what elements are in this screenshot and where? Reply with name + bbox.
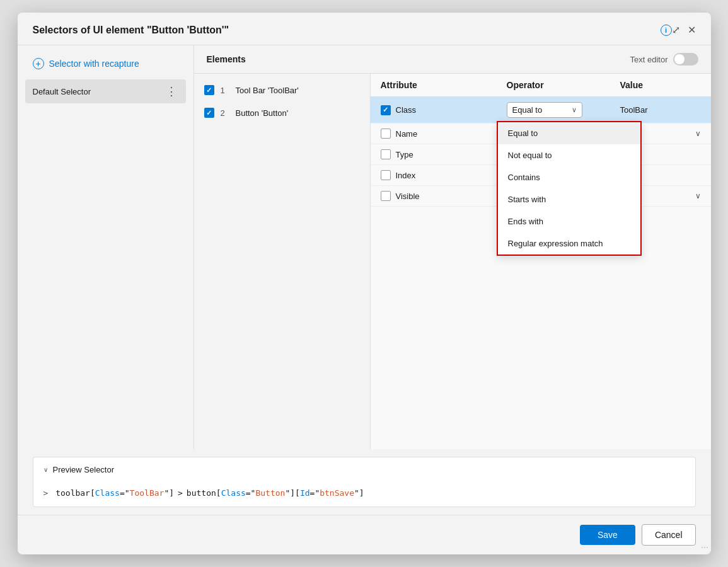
chevron-down-icon: ∨	[572, 106, 577, 114]
add-selector-label: Selector with recapture	[49, 59, 139, 69]
sidebar: + Selector with recapture Default Select…	[18, 45, 194, 449]
preview-bracket-1: [	[90, 488, 95, 498]
selector-more-icon[interactable]: ⋮	[165, 84, 178, 98]
preview-bracket-2: [	[216, 488, 221, 498]
chevron-down-icon: ∨	[43, 466, 48, 473]
attr-col-operator: Operator	[507, 80, 620, 90]
toggle-knob	[674, 54, 685, 64]
resize-handle[interactable]: ⋯	[701, 543, 708, 552]
attr-name-name: Name	[396, 129, 418, 139]
dialog-header: Selectors of UI element "Button 'Button'…	[18, 13, 711, 45]
elements-header: Elements Text editor	[194, 45, 711, 74]
dropdown-item-notequal[interactable]: Not equal to	[498, 144, 640, 166]
preview-tag-2: button	[187, 488, 216, 498]
preview-close-1: "]	[164, 488, 174, 498]
attr-table-header: Attribute Operator Value	[371, 74, 711, 97]
save-button[interactable]: Save	[580, 525, 635, 545]
attr-value-class-text: ToolBar	[620, 105, 648, 115]
attr-name-visible: Visible	[396, 192, 420, 201]
dialog-title: Selectors of UI element "Button 'Button'…	[33, 25, 656, 36]
dropdown-item-endswith[interactable]: Ends with	[498, 210, 640, 232]
element-row[interactable]: ✓ 1 Tool Bar 'ToolBar'	[194, 79, 370, 101]
elements-label: Elements	[207, 54, 246, 64]
preview-header[interactable]: ∨ Preview Selector	[33, 457, 695, 482]
check-icon: ✓	[206, 109, 212, 117]
check-icon: ✓	[206, 86, 212, 94]
preview-attr-value-3: btnSave	[320, 488, 354, 498]
preview-attr-name-3: Id	[300, 488, 310, 498]
attr-checkbox-visible[interactable]	[381, 191, 391, 201]
text-editor-toggle: Text editor	[630, 53, 698, 66]
element-row[interactable]: ✓ 2 Button 'Button'	[194, 101, 370, 124]
element-2-name: Button 'Button'	[236, 108, 289, 118]
main-content: Elements Text editor ✓ 1	[194, 45, 711, 449]
preview-selector-text: > toolbar [ Class =" ToolBar "] > button…	[43, 488, 685, 498]
preview-attr-name-1: Class	[95, 488, 120, 498]
selector-item[interactable]: Default Selector ⋮	[25, 79, 186, 103]
elements-list: ✓ 1 Tool Bar 'ToolBar' ✓ 2 Button 'Butto…	[194, 74, 371, 449]
preview-eq-2: ="	[246, 488, 256, 498]
preview-attr-value-2: Button	[255, 488, 285, 498]
dropdown-item-equal[interactable]: Equal to	[498, 122, 640, 144]
info-icon[interactable]: i	[661, 25, 672, 36]
attr-cell-visible: Visible	[381, 191, 507, 201]
element-1-name: Tool Bar 'ToolBar'	[236, 86, 299, 95]
preview-tag-1: toolbar	[55, 488, 90, 498]
preview-header-label: Preview Selector	[53, 465, 115, 474]
preview-attr-value-1: ToolBar	[130, 488, 165, 498]
expand-icon[interactable]: ⤢	[672, 24, 680, 36]
preview-eq-1: ="	[120, 488, 130, 498]
attr-col-attribute: Attribute	[381, 80, 507, 90]
dropdown-item-startswith[interactable]: Starts with	[498, 188, 640, 210]
attr-name-class: Class	[396, 105, 417, 115]
attr-name-index: Index	[396, 171, 416, 180]
preview-section: ∨ Preview Selector > toolbar [ Class =" …	[33, 457, 696, 507]
text-editor-switch[interactable]	[673, 53, 698, 66]
preview-arrow-1: >	[43, 488, 54, 498]
attr-col-value: Value	[620, 80, 701, 90]
dropdown-item-contains[interactable]: Contains	[498, 166, 640, 188]
text-editor-label: Text editor	[630, 55, 668, 64]
attr-checkbox-type[interactable]	[381, 149, 391, 159]
attr-name-type: Type	[396, 150, 413, 159]
attr-cell-type: Type	[381, 149, 507, 159]
preview-arrow-2: >	[178, 488, 183, 498]
close-icon[interactable]: ✕	[688, 24, 696, 36]
attr-cell-name: Name	[381, 129, 507, 139]
preview-content: > toolbar [ Class =" ToolBar "] > button…	[33, 482, 695, 507]
cancel-button[interactable]: Cancel	[642, 524, 696, 546]
preview-close-2: "][	[285, 488, 299, 498]
attr-checkbox-name[interactable]	[381, 129, 391, 139]
dropdown-item-regex[interactable]: Regular expression match	[498, 232, 640, 255]
element-1-num: 1	[221, 86, 229, 95]
dialog-body: + Selector with recapture Default Select…	[18, 45, 711, 449]
preview-attr-name-2: Class	[221, 488, 246, 498]
attr-cell-class: ✓ Class	[381, 105, 507, 115]
plus-circle-icon: +	[33, 58, 44, 69]
element-2-num: 2	[221, 108, 229, 118]
add-selector-button[interactable]: + Selector with recapture	[25, 53, 186, 74]
attr-checkbox-index[interactable]	[381, 170, 391, 180]
attr-operator-class: Equal to ∨	[507, 102, 620, 118]
element-1-checkbox[interactable]: ✓	[204, 85, 214, 95]
bottom-area: ∨ Preview Selector > toolbar [ Class =" …	[18, 449, 711, 515]
attributes-panel: Attribute Operator Value ✓ Class	[371, 74, 711, 449]
attr-row-class: ✓ Class Equal to ∨ ToolBar	[371, 97, 711, 123]
header-actions: ⤢ ✕	[672, 24, 696, 36]
attr-cell-index: Index	[381, 170, 507, 180]
preview-close-3: "]	[354, 488, 364, 498]
selector-item-label: Default Selector	[33, 87, 91, 96]
check-icon: ✓	[383, 106, 388, 114]
operator-dropdown-menu: Equal to Not equal to Contains Starts wi…	[497, 121, 642, 256]
value-chevron-icon: ∨	[695, 129, 701, 138]
operator-value-class: Equal to	[512, 105, 543, 115]
content-area: ✓ 1 Tool Bar 'ToolBar' ✓ 2 Button 'Butto…	[194, 74, 711, 449]
preview-eq-3: ="	[310, 488, 320, 498]
operator-dropdown-class[interactable]: Equal to ∨	[507, 102, 582, 118]
value-chevron-icon: ∨	[695, 192, 701, 200]
dialog: Selectors of UI element "Button 'Button'…	[18, 13, 711, 554]
attr-checkbox-class[interactable]: ✓	[381, 105, 391, 115]
attr-value-class: ToolBar	[620, 105, 701, 115]
element-2-checkbox[interactable]: ✓	[204, 108, 214, 118]
dialog-footer: Save Cancel	[18, 515, 711, 554]
